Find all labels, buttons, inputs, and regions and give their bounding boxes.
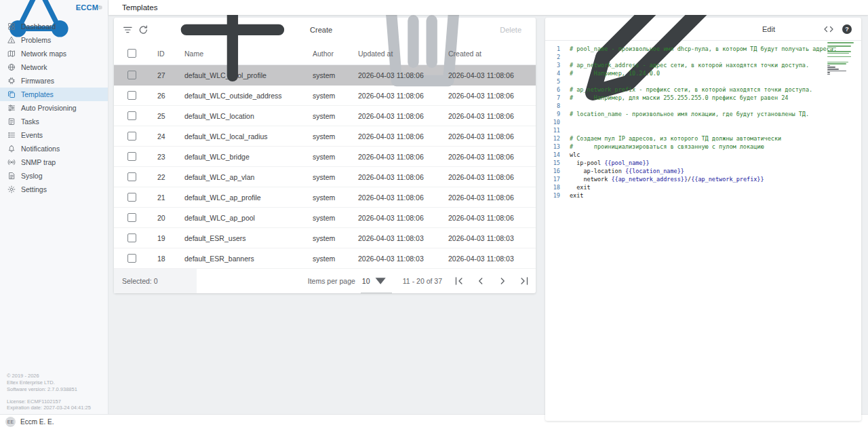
sidebar-item-network[interactable]: Network [0,60,108,74]
row-checkbox[interactable] [127,132,136,141]
table-row[interactable]: 23default_WLC_bridgesystem2026-04-03 11:… [114,147,536,167]
column-header-created-at[interactable]: Created at [440,50,536,58]
row-checkbox[interactable] [127,234,136,242]
cell-id: 18 [149,255,176,263]
cell-author: system [304,132,350,141]
column-header-author[interactable]: Author [304,50,350,58]
page-first-icon[interactable] [453,275,465,287]
cell-id: 19 [149,234,176,242]
page-next-icon[interactable] [496,275,509,287]
delete-button-label: Delete [500,26,521,34]
code-line: 17 network {{ap_network_address}}/{{ap_n… [545,175,861,183]
sidebar-item-templates[interactable]: Templates [0,88,108,101]
table-body: 27default_WLC_pool_profilesystem2026-04-… [114,65,536,269]
cell-created: 2026-04-03 11:08:06 [440,173,536,181]
code-editor[interactable]: 1# pool_name - произвольное имя dhcp-пул… [545,45,861,200]
line-number: 2 [545,53,560,61]
row-checkbox[interactable] [127,193,136,202]
line-number: 4 [545,69,560,77]
column-header-name[interactable]: Name [176,50,304,58]
page-prev-icon[interactable] [475,275,487,287]
selected-count: Selected: 0 [114,269,197,293]
cell-name: default_WLC_bridge [176,153,304,161]
sidebar-item-settings[interactable]: Settings [0,183,108,196]
caret-down-icon [370,270,391,291]
row-checkbox[interactable] [127,254,136,263]
page-range-label: 11 - 20 of 37 [403,277,442,285]
avatar[interactable]: EE [5,417,16,427]
row-checkbox[interactable] [127,152,136,161]
row-checkbox[interactable] [127,91,136,100]
cell-name: default_WLC_location [176,112,304,120]
collapse-sidebar-icon[interactable] [98,3,102,12]
line-number: 14 [545,151,560,159]
sidebar-item-auto-provisioning[interactable]: Auto Provisioning [0,101,108,115]
page-last-icon[interactable] [518,275,530,287]
sidebar-item-firmwares[interactable]: Firmwares [0,74,108,88]
cell-name: default_WLC_ap_pool [176,214,304,222]
table-row[interactable]: 21default_WLC_ap_profilesystem2026-04-03… [114,187,536,208]
refresh-icon[interactable] [138,22,149,37]
line-number: 7 [545,94,560,102]
cell-id: 23 [149,153,176,161]
templates-table-card: Create Delete IDNameAuthorUpdated atCrea… [114,18,536,293]
select-all-checkbox[interactable] [127,49,136,58]
column-header-id[interactable]: ID [149,50,176,58]
row-checkbox[interactable] [127,172,136,181]
auto-provisioning-icon [7,104,16,112]
sidebar-item-tasks[interactable]: Tasks [0,115,108,128]
sidebar-item-label: Network [21,63,47,71]
cell-author: system [304,255,350,263]
code-line: 8 [545,102,861,110]
sidebar-item-events[interactable]: Events [0,128,108,142]
filter-icon[interactable] [122,22,134,37]
code-line: 12# Создаем пул IP адресов, из которого … [545,134,861,143]
table-row[interactable]: 19default_ESR_userssystem2026-04-03 11:0… [114,228,536,248]
app-name: ECCM [76,3,99,12]
row-checkbox[interactable] [127,111,136,120]
cell-updated: 2026-04-03 11:08:06 [350,132,440,141]
sidebar-item-syslog[interactable]: Syslog [0,169,108,183]
code-view-icon[interactable] [823,24,834,35]
cell-name: default_WLC_ap_profile [176,193,304,202]
items-per-page-select[interactable]: 10 [361,269,392,293]
table-row[interactable]: 25default_WLC_locationsystem2026-04-03 1… [114,106,536,126]
code-line: 1# pool_name - произвольное имя dhcp-пул… [545,45,861,53]
row-checkbox[interactable] [127,71,136,79]
code-line: 18 exit [545,183,861,191]
expiration-text: Expiration date: 2027-03-24 04:41:25 [7,405,101,411]
column-header-updated-at[interactable]: Updated at [350,50,440,58]
app-logo: ECCM [5,0,98,41]
cell-author: system [304,153,350,161]
table-row[interactable]: 22default_WLC_ap_vlansystem2026-04-03 11… [114,167,536,187]
line-number: 3 [545,61,560,69]
sidebar-header: ECCM [0,0,108,15]
sidebar-item-label: Firmwares [21,77,54,85]
row-checkbox[interactable] [127,213,136,222]
tasks-icon [7,117,16,126]
company-text: Eltex Enterprise LTD. [7,379,101,386]
cell-id: 20 [149,214,176,222]
code-line: 2 [545,53,861,61]
cell-name: default_WLC_pool_profile [176,71,304,79]
sidebar-item-notifications[interactable]: Notifications [0,142,108,155]
cell-updated: 2026-04-03 11:08:03 [350,234,440,242]
table-row[interactable]: 24default_WLC_local_radiussystem2026-04-… [114,126,536,147]
line-number: 1 [545,45,560,53]
sidebar-item-network-maps[interactable]: Network maps [0,47,108,60]
license-text: License: ECMF1102157 [7,398,101,405]
cell-updated: 2026-04-03 11:08:03 [350,255,440,263]
line-number: 13 [545,143,560,151]
cell-name: default_WLC_local_radius [176,132,304,141]
table-row[interactable]: 18default_ESR_bannerssystem2026-04-03 11… [114,248,536,269]
sidebar-item-snmp-trap[interactable]: SNMP trap [0,155,108,169]
user-name: Eccm E. E. [20,418,54,426]
cell-created: 2026-04-03 11:08:06 [440,132,536,141]
table-row[interactable]: 20default_WLC_ap_poolsystem2026-04-03 11… [114,208,536,228]
help-icon[interactable]: ? [842,24,852,34]
cell-author: system [304,112,350,120]
line-number: 12 [545,134,560,143]
line-number: 10 [545,118,560,126]
sidebar-item-label: Problems [21,36,51,44]
minimap[interactable] [827,42,856,75]
